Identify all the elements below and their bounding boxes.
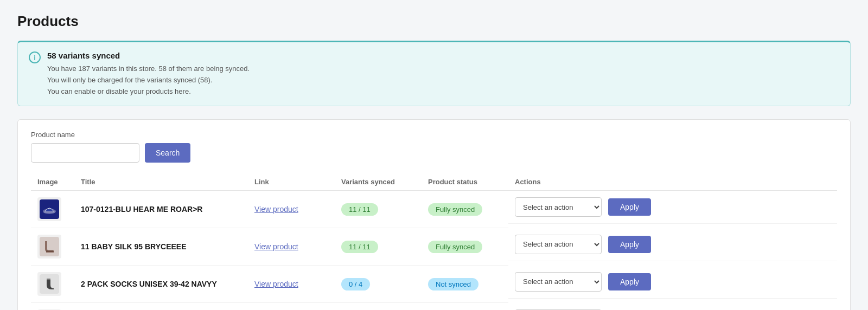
apply-button-2[interactable]: Apply [608,236,651,253]
col-header-image: Image [31,173,74,191]
table-row: 11 BABY SILK 95 BRYCEEEE View product 11… [31,228,837,266]
product-title-1: 107-0121-BLU HEAR ME ROAR>R [81,205,202,214]
search-button[interactable]: Search [145,143,190,163]
product-title-2: 11 BABY SILK 95 BRYCEEEE [81,242,187,251]
status-badge-2: Fully synced [428,241,482,253]
col-header-status: Product status [422,173,508,191]
product-image-3 [37,272,61,296]
variants-badge-3: 0 / 4 [341,278,370,290]
apply-button-1[interactable]: Apply [608,198,651,216]
col-header-link: Link [248,173,335,191]
info-icon: i [29,51,41,63]
col-header-variants: Variants synced [335,173,422,191]
svg-rect-4 [46,250,54,252]
table-row: 107-0121-BLU HEAR ME ROAR>R View product… [31,191,837,228]
search-row: Search [31,143,837,163]
search-label: Product name [31,131,837,139]
info-content: 58 variants synced You have 187 variants… [47,51,250,97]
svg-rect-3 [40,237,59,256]
info-banner-line3: You can enable or disable your products … [47,86,250,98]
svg-rect-2 [44,211,55,213]
info-banner-title: 58 variants synced [47,51,250,60]
col-header-title: Title [74,173,248,191]
info-banner-line2: You will only be charged for the variant… [47,75,250,86]
status-badge-1: Fully synced [428,203,482,216]
col-header-actions: Actions [508,173,837,191]
page-title: Products [17,13,851,30]
variants-badge-2: 11 / 11 [341,241,378,253]
view-product-link-3[interactable]: View product [254,280,298,288]
product-image-1 [37,197,61,221]
svg-rect-7 [47,280,50,281]
apply-button-3[interactable]: Apply [608,273,651,290]
main-section: Product name Search Image Title Link Var… [17,119,851,310]
product-title-3: 2 PACK SOCKS UNISEX 39-42 NAVYY [81,280,217,288]
products-table: Image Title Link Variants synced Product… [31,173,837,310]
info-banner: i 58 variants synced You have 187 varian… [17,41,851,106]
action-select-1[interactable]: Select an action Enable sync Disable syn… [515,197,602,217]
view-product-link-2[interactable]: View product [254,242,298,251]
info-banner-line1: You have 187 variants in this store. 58 … [47,63,250,75]
status-badge-3: Not synced [428,278,478,290]
search-input[interactable] [31,143,139,163]
view-product-link-1[interactable]: View product [254,205,298,214]
table-row: 3 PACK TRUNK MARINO ROJO MARINO View pro… [31,303,837,310]
action-select-2[interactable]: Select an action Enable sync Disable syn… [515,235,602,254]
action-select-3[interactable]: Select an action Enable sync Disable syn… [515,272,602,292]
svg-rect-6 [47,279,50,280]
variants-badge-1: 11 / 11 [341,203,378,216]
product-image-2 [37,235,61,259]
table-row: 2 PACK SOCKS UNISEX 39-42 NAVYY View pro… [31,266,837,303]
